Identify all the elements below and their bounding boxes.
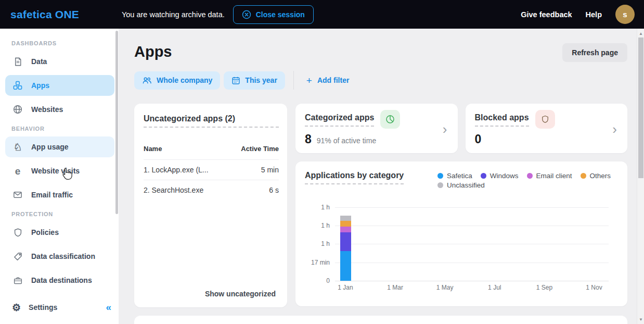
sidebar-item-label: Data [31,57,47,66]
x-tick-label: 1 Sep [536,284,552,291]
close-session-label: Close session [256,10,305,19]
legend-item-windows[interactable]: Windows [481,172,519,180]
sidebar-section-behavior: BEHAVIOR [5,121,114,135]
gear-icon: ⚙ [12,303,21,313]
chevron-right-icon[interactable]: › [609,122,620,136]
safetica-logo: safetica ONE [10,8,79,21]
legend-item-safetica[interactable]: Safetica [437,172,472,180]
sidebar-item-app-usage[interactable]: ♘ App usage [5,136,114,157]
topbar: safetica ONE You are watching archive da… [0,0,644,29]
period-filter-chip[interactable]: This year [224,71,285,90]
document-icon [12,56,23,67]
chart-header: Applications by category SafeticaWindows… [305,171,617,189]
categorized-apps-title: Categorized apps [305,113,374,127]
page-title: Apps [134,43,172,60]
active-time-cell: 6 s [269,186,279,194]
pie-chart-icon [380,110,400,129]
applications-by-category-card: Applications by category SafeticaWindows… [295,161,627,306]
categorized-apps-card[interactable]: Categorized apps 8 91% of active time [295,104,458,153]
sidebar-item-websites[interactable]: Websites [5,99,114,120]
table-row[interactable]: 1. LockApp.exe (L... 5 min [144,159,279,180]
table-row[interactable]: 2. SearchHost.exe 6 s [144,180,279,200]
show-uncategorized-link[interactable]: Show uncategorized [144,288,279,299]
user-avatar[interactable]: s [615,5,635,24]
app-window: safetica ONE You are watching archive da… [0,0,644,324]
calendar-icon [231,76,240,85]
uncategorized-apps-title: Uncategorized apps (2) [144,114,279,128]
categorized-apps-count: 8 [305,133,312,145]
close-session-button[interactable]: Close session [233,5,314,24]
scrollbar-up-arrow[interactable]: ▲ [637,30,644,37]
page-scrollbar[interactable]: ▲ ▼ [637,29,644,324]
topbar-right: Give feedback Help s [521,5,635,24]
chart-x-axis: 1 Jan1 Mar1 May1 Jul1 Sep1 Nov [335,284,609,293]
sidebar-item-label: Policies [31,228,59,236]
browser-e-icon: e [12,165,23,177]
legend-item-others[interactable]: Others [581,172,611,180]
x-tick-label: 1 Nov [586,284,602,291]
y-tick-label: 1 h [321,204,330,211]
blocked-apps-main: Blocked apps 0 [475,113,555,145]
categorized-apps-main: Categorized apps 8 91% of active time [305,113,400,145]
give-feedback-link[interactable]: Give feedback [521,10,572,19]
sidebar-item-data-classification[interactable]: Data classification [5,246,114,267]
shield-icon [12,227,23,238]
sidebar-section-protection: PROTECTION [5,207,114,220]
scope-filter-label: Whole company [157,76,212,84]
sidebar-item-settings[interactable]: ⚙ Settings « [5,297,114,318]
legend-item-unclassified[interactable]: Unclassified [437,181,485,189]
blocked-apps-title: Blocked apps [475,113,529,127]
sidebar-item-policies[interactable]: Policies [5,222,114,243]
bar-segment-unclassified[interactable] [340,216,351,221]
legend-dot [527,173,533,179]
main-content: Apps Refresh page Whole company This yea… [119,29,637,324]
uncategorized-apps-table: Name Active Time 1. LockApp.exe (L... 5 … [144,139,279,200]
refresh-page-button[interactable]: Refresh page [562,43,627,62]
sidebar-item-label: App usage [31,143,69,151]
x-tick-label: 1 Mar [387,284,403,291]
scope-filter-chip[interactable]: Whole company [134,71,220,90]
gridline [335,207,609,208]
sidebar-item-email-traffic[interactable]: Email traffic [5,184,114,205]
y-tick-label: 17 min [311,259,330,266]
legend-item-email-client[interactable]: Email client [527,172,572,180]
chart-title: Applications by category [305,171,404,184]
categorized-apps-subtext: 91% of active time [317,136,376,145]
scrollbar-thumb[interactable] [638,38,643,178]
x-tick-label: 1 Jul [488,284,501,291]
help-link[interactable]: Help [586,10,602,19]
add-filter-button[interactable]: + Add filter [301,71,355,90]
bar-segment-email-client[interactable] [340,227,351,232]
gridline [335,281,609,281]
chart-y-axis: 017 min1 h1 h1 h [305,203,335,281]
sidebar-item-label: Websites [31,105,63,114]
right-column: Categorized apps 8 91% of active time [295,104,627,307]
scrollbar-down-arrow[interactable]: ▼ [637,316,644,323]
chart-area: 017 min1 h1 h1 h 1 Jan1 Mar1 May1 Jul1 S… [305,203,617,281]
sidebar-item-website-visits[interactable]: e Website visits [5,160,114,181]
filter-divider [293,71,294,90]
shield-block-icon [535,110,555,129]
sidebar-item-label: Settings [29,303,57,311]
legend-dot [581,173,586,179]
gridline [335,226,609,226]
chevron-right-icon[interactable]: › [440,122,450,136]
bar-segment-windows[interactable] [340,232,351,251]
blocked-apps-card[interactable]: Blocked apps 0 › [466,104,628,153]
plus-icon: + [306,76,312,85]
legend-dot [481,173,486,179]
x-tick-label: 1 Jan [338,284,353,291]
archive-session-group: You are watching archive data. Close ses… [122,5,314,24]
sidebar-scrollbar-thumb[interactable] [115,31,118,214]
sidebar-item-label: Data destinations [31,276,92,284]
summary-cards-row: Categorized apps 8 91% of active time [295,104,627,153]
add-filter-label: Add filter [317,76,349,84]
collapse-sidebar-icon[interactable]: « [106,302,111,313]
sidebar-item-apps[interactable]: Apps [5,75,114,96]
blocked-apps-count: 0 [475,133,482,145]
bar-segment-others[interactable] [340,221,351,226]
sidebar-item-data-destinations[interactable]: Data destinations [5,270,114,291]
legend-label: Unclassified [447,181,485,189]
sidebar-item-data[interactable]: Data [5,51,114,72]
bar-segment-safetica[interactable] [340,251,351,281]
